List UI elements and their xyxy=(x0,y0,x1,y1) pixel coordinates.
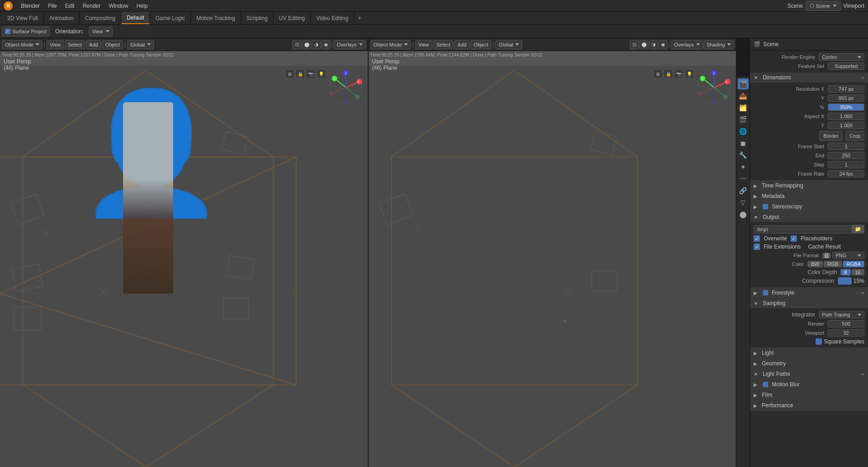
right-icon-lock[interactable]: 🔒 xyxy=(664,69,673,78)
panel-icon-material[interactable]: ⬤ xyxy=(738,209,749,220)
scene-selector[interactable]: ⬡ Scene xyxy=(806,1,840,11)
tab-scripting[interactable]: Scripting xyxy=(241,12,274,24)
file-format-dropdown[interactable]: PNG xyxy=(832,252,864,259)
tab-game-logic[interactable]: Game Logic xyxy=(150,12,191,24)
right-icon-cam[interactable]: 📷 xyxy=(674,69,683,78)
overwrite-checkbox[interactable]: ✓ xyxy=(754,235,760,242)
left-global-btn[interactable]: Global xyxy=(127,40,154,49)
panel-icon-constraints[interactable]: 🔗 xyxy=(738,185,749,196)
right-viewport-content[interactable]: X Y Z xyxy=(369,66,736,467)
square-samples-checkbox[interactable] xyxy=(816,338,822,345)
tab-add-button[interactable]: + xyxy=(354,12,365,24)
surface-project-toggle[interactable]: ✓ Surface Project xyxy=(2,26,50,36)
depth-16-btn[interactable]: 16 xyxy=(852,269,864,275)
panel-icon-particles[interactable]: ✦ xyxy=(738,161,749,172)
resolution-x-value[interactable]: 747 px xyxy=(828,85,864,93)
right-overlays-btn[interactable]: Overlays xyxy=(671,40,703,49)
resolution-y-value[interactable]: 955 px xyxy=(828,94,864,102)
motion-blur-header[interactable]: ▶ Motion Blur xyxy=(750,379,868,389)
performance-header[interactable]: ▶ Performance xyxy=(750,400,868,410)
panel-icon-output[interactable]: 📤 xyxy=(738,90,749,101)
compression-bar[interactable] xyxy=(838,277,852,285)
metadata-header[interactable]: ▶ Metadata xyxy=(750,191,868,201)
right-mode-dropdown[interactable]: Object Mode xyxy=(370,40,411,49)
panel-icon-object[interactable]: ◼ xyxy=(738,138,749,149)
left-icon-lock[interactable]: 🔒 xyxy=(296,69,305,78)
right-viewport[interactable]: Object Mode View Select Add Object Globa… xyxy=(369,38,736,467)
time-remapping-header[interactable]: ▶ Time Remapping xyxy=(750,181,868,191)
color-bw-btn[interactable]: BW xyxy=(807,261,823,267)
dimensions-expand-icon[interactable]: ⇔ xyxy=(861,75,864,80)
left-icon-light[interactable]: 💡 xyxy=(317,69,326,78)
left-viewport-shading-render[interactable]: ◉ xyxy=(321,40,330,49)
right-select-btn[interactable]: Select xyxy=(433,40,454,49)
panel-icon-view-layer[interactable]: 🗂️ xyxy=(738,102,749,113)
right-viewport-shading-render[interactable]: ◉ xyxy=(658,40,668,49)
light-paths-header[interactable]: ▼ Light Paths ⇔ xyxy=(750,369,868,379)
color-rgba-btn[interactable]: RGBA xyxy=(843,261,864,267)
tab-uv-editing[interactable]: UV Editing xyxy=(273,12,311,24)
film-header[interactable]: ▶ Film xyxy=(750,390,868,400)
placeholders-checkbox[interactable]: ✓ xyxy=(791,235,797,242)
panel-icon-modifier[interactable]: 🔧 xyxy=(738,150,749,161)
menu-item-help[interactable]: Help xyxy=(133,2,151,10)
left-viewport-content[interactable]: 👤 X Y xyxy=(0,66,368,467)
menu-item-window[interactable]: Window xyxy=(105,2,132,10)
left-add-btn[interactable]: Add xyxy=(86,40,102,49)
file-ext-checkbox[interactable]: ✓ xyxy=(754,244,760,250)
tab-animation[interactable]: Animation xyxy=(44,12,79,24)
aspect-x-value[interactable]: 1.000 xyxy=(828,113,864,120)
right-icon-grid[interactable]: ⊞ xyxy=(653,69,663,78)
depth-8-btn[interactable]: 8 xyxy=(841,269,851,275)
left-overlays-btn[interactable]: Overlays xyxy=(334,40,365,49)
tab-default[interactable]: Default xyxy=(121,12,150,24)
freestyle-checkbox[interactable] xyxy=(763,290,768,296)
panel-icon-render[interactable]: 🎬 xyxy=(738,78,749,89)
light-header[interactable]: ▶ Light xyxy=(750,348,868,358)
stereoscopy-header[interactable]: ▶ Stereoscopy xyxy=(750,202,868,212)
panel-icon-world[interactable]: 🌐 xyxy=(738,126,749,137)
left-viewport-shading-solid[interactable]: ⬤ xyxy=(302,40,311,49)
output-path-browse-btn[interactable]: 📁 xyxy=(852,225,864,234)
frame-rate-value[interactable]: 24 fps xyxy=(828,170,864,177)
percent-value[interactable]: 350% xyxy=(828,104,864,111)
surface-project-checkbox[interactable]: ✓ xyxy=(5,29,10,34)
left-mode-dropdown[interactable]: Object Mode xyxy=(2,40,42,49)
tab-compositing[interactable]: Compositing xyxy=(80,12,122,24)
freestyle-header[interactable]: ▶ Freestyle ⇔ xyxy=(750,288,868,298)
light-paths-expand[interactable]: ⇔ xyxy=(861,372,864,377)
menu-item-blender[interactable]: Blender xyxy=(17,2,43,10)
tab-video-editing[interactable]: Video Editing xyxy=(311,12,354,24)
left-viewport[interactable]: Object Mode View Select Add Object Globa… xyxy=(0,38,369,467)
color-rgb-btn[interactable]: RGB xyxy=(824,261,842,267)
output-header[interactable]: ▼ Output xyxy=(750,212,868,222)
render-samples-value[interactable]: 500 xyxy=(828,320,864,327)
panel-icon-data[interactable]: ▽ xyxy=(738,197,749,208)
right-viewport-shading-wire[interactable]: ⊡ xyxy=(630,40,639,49)
freestyle-expand-icon[interactable]: ⇔ xyxy=(861,291,864,296)
right-shading-btn[interactable]: Shading xyxy=(704,40,734,49)
integrator-dropdown[interactable]: Path Tracing xyxy=(819,311,864,318)
right-nav-gizmo[interactable]: X Y Z xyxy=(696,69,732,106)
right-view-btn[interactable]: View xyxy=(415,40,432,49)
left-view-btn[interactable]: View xyxy=(46,40,64,49)
right-icon-light[interactable]: 💡 xyxy=(685,69,694,78)
left-nav-gizmo[interactable]: X Y Z xyxy=(328,69,364,106)
left-object-btn[interactable]: Object xyxy=(102,40,123,49)
motion-blur-checkbox[interactable] xyxy=(763,382,768,387)
geometry-header[interactable]: ▶ Geometry xyxy=(750,358,868,368)
left-icon-grid[interactable]: ⊞ xyxy=(285,69,294,78)
crop-btn[interactable]: Crop xyxy=(845,131,864,141)
dimensions-header[interactable]: ▼ Dimensions ⇔ xyxy=(750,73,868,83)
left-select-btn[interactable]: Select xyxy=(65,40,85,49)
right-viewport-shading-mat[interactable]: ◑ xyxy=(649,40,658,49)
menu-item-render[interactable]: Render xyxy=(79,2,104,10)
orientation-dropdown[interactable]: View xyxy=(89,26,113,36)
tab-2d-view-full[interactable]: 2D View Full xyxy=(2,12,44,24)
frame-start-value[interactable]: 1 xyxy=(828,143,864,150)
menu-item-file[interactable]: File xyxy=(44,2,60,10)
tab-motion-tracking[interactable]: Motion Tracking xyxy=(191,12,241,24)
left-viewport-shading-mat[interactable]: ◑ xyxy=(312,40,321,49)
left-viewport-shading-wire[interactable]: ⊡ xyxy=(293,40,302,49)
left-icon-cam[interactable]: 📷 xyxy=(306,69,315,78)
